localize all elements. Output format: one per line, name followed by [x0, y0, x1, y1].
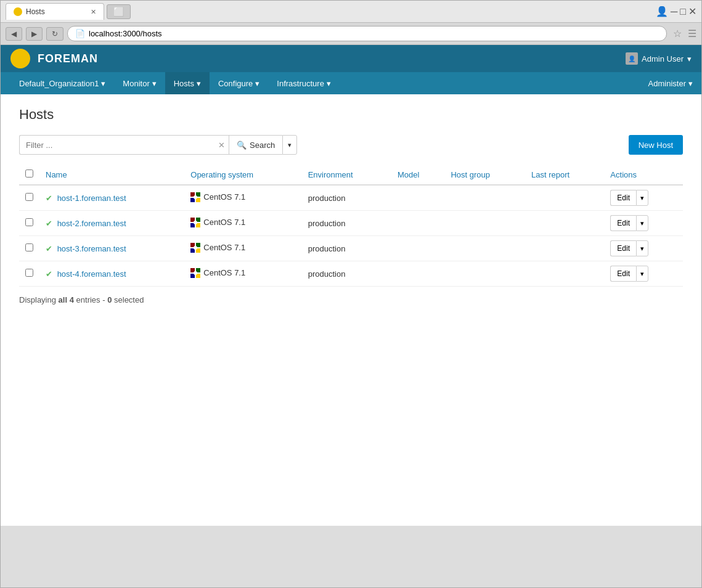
- mainnav-infrastructure[interactable]: Infrastructure ▾: [268, 72, 340, 94]
- select-all-checkbox[interactable]: [25, 169, 33, 178]
- row-host-group-cell: [444, 261, 525, 287]
- row-checkbox[interactable]: [25, 243, 33, 251]
- configure-caret: ▾: [255, 79, 259, 88]
- filter-input[interactable]: [19, 135, 229, 155]
- close-button[interactable]: ✕: [688, 6, 696, 17]
- main-content: Hosts ✕ 🔍 Search ▾ New Host: [1, 94, 701, 526]
- filter-clear-icon[interactable]: ✕: [218, 141, 225, 150]
- edit-button[interactable]: Edit: [610, 240, 636, 256]
- col-environment[interactable]: Environment: [302, 165, 391, 185]
- edit-button[interactable]: Edit: [610, 215, 636, 231]
- row-last-report-cell: [525, 261, 604, 287]
- tab-close-button[interactable]: ✕: [91, 8, 96, 16]
- minimize-button[interactable]: ─: [671, 6, 677, 17]
- back-button[interactable]: ◀: [6, 27, 22, 41]
- edit-dropdown-button[interactable]: ▾: [636, 190, 648, 206]
- edit-button[interactable]: Edit: [610, 190, 636, 206]
- environment-value: production: [308, 194, 346, 203]
- row-os-cell: CentOS 7.1: [184, 211, 301, 236]
- edit-dropdown-button[interactable]: ▾: [636, 215, 648, 231]
- browser-menu-icon[interactable]: ☰: [688, 28, 696, 39]
- edit-button[interactable]: Edit: [610, 266, 636, 282]
- row-checkbox-cell: [19, 236, 39, 261]
- os-name: CentOS 7.1: [203, 192, 245, 202]
- row-model-cell: [391, 236, 445, 261]
- table-header-row: Name Operating system Environment Model: [19, 165, 683, 185]
- col-host-group[interactable]: Host group: [444, 165, 525, 185]
- centos-icon: [190, 243, 200, 253]
- foreman-logo: [10, 49, 30, 68]
- status-ok-icon: ✔: [46, 219, 52, 228]
- environment-value: production: [308, 269, 346, 279]
- row-model-cell: [391, 185, 445, 211]
- organization-caret: ▾: [101, 79, 105, 88]
- col-name[interactable]: Name: [39, 165, 184, 185]
- new-tab-button[interactable]: ⬜: [107, 4, 131, 19]
- mainnav-monitor[interactable]: Monitor ▾: [114, 72, 165, 94]
- row-os-cell: CentOS 7.1: [184, 261, 301, 287]
- status-bar: Displaying all 4 entries - 0 selected: [19, 295, 683, 304]
- host-link[interactable]: host-3.foreman.test: [57, 244, 126, 253]
- lock-icon: 📄: [75, 29, 85, 38]
- browser-controls: ◀ ▶ ↻ 📄 ☆ ☰: [1, 23, 701, 45]
- hosts-table: Name Operating system Environment Model: [19, 165, 683, 287]
- row-actions-cell: Edit ▾: [604, 211, 683, 236]
- row-checkbox-cell: [19, 261, 39, 287]
- address-bar[interactable]: 📄: [67, 26, 667, 41]
- row-last-report-cell: [525, 211, 604, 236]
- bookmark-icon[interactable]: ☆: [673, 28, 682, 39]
- actions-cell: Edit ▾: [610, 240, 677, 256]
- row-checkbox[interactable]: [25, 218, 33, 226]
- os-name: CentOS 7.1: [203, 218, 245, 227]
- forward-button[interactable]: ▶: [26, 27, 43, 41]
- os-name: CentOS 7.1: [203, 268, 245, 277]
- mainnav-organization[interactable]: Default_Organization1 ▾: [10, 72, 114, 94]
- maximize-button[interactable]: □: [680, 6, 686, 17]
- user-menu[interactable]: 👤 Admin User ▾: [626, 52, 692, 65]
- os-name: CentOS 7.1: [203, 243, 245, 252]
- search-label: Search: [250, 141, 275, 150]
- col-os[interactable]: Operating system: [184, 165, 301, 185]
- centos-icon: [190, 218, 200, 227]
- actions-cell: Edit ▾: [610, 215, 677, 231]
- row-environment-cell: production: [302, 211, 391, 236]
- row-name-cell: ✔ host-3.foreman.test: [39, 236, 184, 261]
- row-checkbox-cell: [19, 211, 39, 236]
- col-last-report[interactable]: Last report: [525, 165, 604, 185]
- col-model[interactable]: Model: [391, 165, 445, 185]
- host-link[interactable]: host-4.foreman.test: [57, 269, 126, 279]
- os-cell: CentOS 7.1: [190, 192, 245, 202]
- infrastructure-caret: ▾: [327, 79, 331, 88]
- row-os-cell: CentOS 7.1: [184, 236, 301, 261]
- new-host-button[interactable]: New Host: [629, 135, 683, 155]
- user-icon[interactable]: 👤: [656, 6, 668, 17]
- row-host-group-cell: [444, 236, 525, 261]
- row-actions-cell: Edit ▾: [604, 261, 683, 287]
- host-link[interactable]: host-2.foreman.test: [57, 219, 126, 228]
- reload-button[interactable]: ↻: [46, 27, 63, 41]
- search-dropdown-button[interactable]: ▾: [282, 135, 297, 155]
- mainnav-hosts[interactable]: Hosts ▾: [165, 72, 210, 94]
- row-checkbox[interactable]: [25, 269, 33, 277]
- host-link[interactable]: host-1.foreman.test: [57, 194, 126, 203]
- row-host-group-cell: [444, 211, 525, 236]
- status-ok-icon: ✔: [46, 194, 52, 203]
- edit-dropdown-button[interactable]: ▾: [636, 240, 648, 256]
- row-model-cell: [391, 261, 445, 287]
- administer-caret: ▾: [688, 79, 693, 88]
- edit-dropdown-button[interactable]: ▾: [636, 266, 648, 282]
- organization-label: Default_Organization1: [19, 79, 99, 88]
- search-button[interactable]: 🔍 Search: [229, 135, 282, 155]
- actions-cell: Edit ▾: [610, 190, 677, 206]
- url-input[interactable]: [89, 29, 659, 38]
- browser-tab[interactable]: Hosts ✕: [6, 3, 104, 20]
- mainnav-administer[interactable]: Administer ▾: [640, 72, 701, 94]
- row-environment-cell: production: [302, 185, 391, 211]
- row-checkbox[interactable]: [25, 193, 33, 201]
- actions-cell: Edit ▾: [610, 266, 677, 282]
- mainnav-configure[interactable]: Configure ▾: [210, 72, 268, 94]
- monitor-label: Monitor: [123, 79, 149, 88]
- status-prefix: Displaying: [19, 295, 56, 304]
- row-last-report-cell: [525, 236, 604, 261]
- mainnav: Default_Organization1 ▾ Monitor ▾ Hosts …: [1, 72, 701, 94]
